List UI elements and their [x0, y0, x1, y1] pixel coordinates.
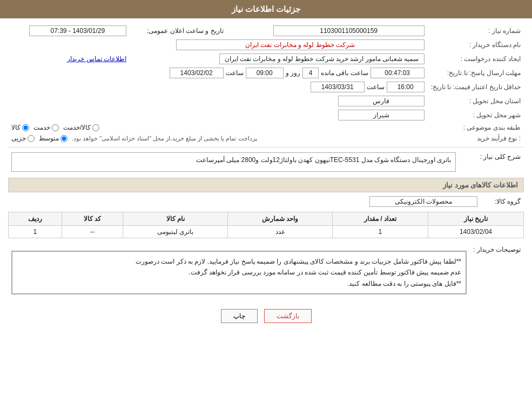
cell-name: باتری لیتیومی	[123, 226, 228, 238]
row-shomare-niaz: شماره نیاز : 1103001105000159 تاریخ و سا…	[8, 24, 524, 38]
goods-table-head: تاریخ نیاز تعداد / مقدار واحد شمارش نام …	[9, 212, 524, 226]
row-mohlat: مهلت ارسال پاسخ: تا تاریخ: 00:47:03 ساعت…	[8, 66, 524, 80]
radio-jozi[interactable]	[28, 135, 35, 142]
tozihat-notes: **لطفا پیش فاکتور شامل جزبیات برند و مشخ…	[11, 251, 467, 294]
radio-khedmat[interactable]	[52, 124, 59, 131]
row-tabaqe: طبقه بندی موضوعی : کالا/خدمت خدمت	[8, 122, 524, 133]
shahr-value-cell: شیراز	[8, 108, 428, 122]
radio-kala-khedmat-text: کالا/خدمت	[63, 124, 91, 131]
radio-motavaset-label[interactable]: متوسط	[39, 135, 68, 142]
ijad-konande-value-cell: سمیه شعبانی مامور ارشد خرید شرکت خطوط لو…	[130, 52, 428, 66]
tarikh-label-text: تاریخ و ساعت اعلان عمومی:	[147, 27, 224, 35]
group-kala-label: گروه کالا:	[481, 194, 524, 209]
radio-khedmat-label[interactable]: خدمت	[33, 124, 59, 131]
ijad-konande-value: سمیه شعبانی مامور ارشد خرید شرکت خطوط لو…	[219, 53, 425, 64]
radio-kala-khedmat-label[interactable]: کالا/خدمت	[63, 124, 99, 131]
radio-kala-label[interactable]: کالا	[11, 124, 29, 131]
row-ostan: استان محل تحویل : فارس	[8, 94, 524, 108]
page-title: جزئیات اطلاعات نیاز	[232, 4, 300, 14]
tozihat-line2: عدم ضمیمه پیش فاکتور توسط تأمین کننده قی…	[188, 269, 461, 276]
nam-dastgah-value: شرکت خطوط لوله و مخابرات نفت ایران	[176, 39, 425, 50]
noe-faraind-value-cell: پرداخت تمام یا بخشی از مبلغ خرید،از محل …	[8, 133, 428, 144]
ijad-konande-label: ایجاد کننده درخواست :	[428, 52, 524, 66]
back-button[interactable]: بازگشت	[264, 309, 312, 323]
tozihat-label: توصیحات خریدار :	[470, 244, 524, 301]
shahr-value: شیراز	[338, 110, 425, 120]
col-radif: ردیف	[9, 212, 62, 226]
tozihat-value-cell: **لطفا پیش فاکتور شامل جزبیات برند و مشخ…	[8, 244, 470, 301]
col-tarikh: تاریخ نیاز	[428, 212, 523, 226]
row-ijad-konande: ایجاد کننده درخواست : سمیه شعبانی مامور …	[8, 52, 524, 66]
time2-value: 16:00	[387, 82, 425, 92]
radio-kala-khedmat[interactable]	[92, 124, 99, 131]
goods-table-header-row: تاریخ نیاز تعداد / مقدار واحد شمارش نام …	[9, 212, 524, 226]
radio-motavaset[interactable]	[60, 135, 68, 142]
ettelaat-link[interactable]: اطلاعات تماس خریدار	[67, 55, 126, 63]
shomare-niaz-label: شماره نیاز :	[428, 24, 524, 38]
nam-dastgah-label: نام دستگاه خریدار :	[428, 38, 524, 52]
col-kod: کد کالا	[62, 212, 123, 226]
col-vahed: واحد شمارش	[228, 212, 333, 226]
tozihat-table: توصیحات خریدار : **لطفا پیش فاکتور شامل …	[8, 244, 524, 301]
mohlat-label: مهلت ارسال پاسخ: تا تاریخ:	[428, 66, 524, 80]
mohlat-inline: 00:47:03 ساعت باقی مانده 4 روز و 09:00 س…	[11, 68, 425, 78]
cell-kod: --	[62, 226, 123, 238]
shomare-niaz-value: 1103001105000159	[273, 25, 425, 36]
ostan-value-cell: فارس	[8, 94, 428, 108]
row-nam-dastgah: نام دستگاه خریدار : شرکت خطوط لوله و مخا…	[8, 38, 524, 52]
shahr-label: شهر محل تحویل :	[428, 108, 524, 122]
info-table: شماره نیاز : 1103001105000159 تاریخ و سا…	[8, 24, 524, 144]
radio-jozi-text: جزیی	[11, 135, 26, 142]
ostan-value: فارس	[338, 96, 425, 106]
row-group-kala: گروه کالا: محصولات الکترونیکی	[8, 194, 524, 209]
tozihat-line1: **لطفا پیش فاکتور شامل جزبیات برند و مشخ…	[136, 258, 461, 265]
saat-label2: ساعت	[367, 83, 385, 91]
roz-label: روز و	[286, 69, 300, 77]
col-tedad: تعداد / مقدار	[332, 212, 428, 226]
shomare-niaz-value-cell: 1103001105000159	[243, 24, 428, 38]
content-area: شماره نیاز : 1103001105000159 تاریخ و سا…	[0, 18, 532, 334]
group-kala-table: گروه کالا: محصولات الکترونیکی	[8, 194, 524, 209]
tabaqe-radio-group: کالا/خدمت خدمت کالا	[11, 124, 425, 131]
noe-faraind-note: پرداخت تمام یا بخشی از مبلغ خرید،از محل …	[72, 135, 257, 142]
table-row: 1403/02/041عددباتری لیتیومی--1	[9, 226, 524, 238]
page-header: جزئیات اطلاعات نیاز	[0, 0, 532, 18]
noe-faraind-label: : نوع فرآیند خرید	[428, 133, 524, 144]
group-kala-value-cell: محصولات الکترونیکی	[8, 194, 481, 209]
countdown-value: 00:47:03	[371, 68, 425, 78]
radio-kala[interactable]	[22, 124, 29, 131]
print-button[interactable]: چاپ	[221, 309, 258, 323]
mohlat-value-cell: 00:47:03 ساعت باقی مانده 4 روز و 09:00 س…	[8, 66, 428, 80]
nam-dastgah-value-cell: شرکت خطوط لوله و مخابرات نفت ایران	[8, 38, 428, 52]
goods-table-body: 1403/02/041عددباتری لیتیومی--1	[9, 226, 524, 238]
sharh-table: شرح کلی نیاز : باتری اورجینال دستگاه شوک…	[8, 151, 524, 173]
row-noe-faraind: : نوع فرآیند خرید پرداخت تمام یا بخشی از…	[8, 133, 524, 144]
radio-kala-text: کالا	[11, 124, 21, 131]
kalaha-section-header: اطلاعات کالاهای مورد نیاز	[8, 178, 524, 192]
date1-value: 1403/02/02	[170, 68, 224, 78]
row-sharh: شرح کلی نیاز : باتری اورجینال دستگاه شوک…	[8, 151, 524, 173]
tabaqe-label: طبقه بندی موضوعی :	[428, 122, 524, 133]
sharh-label: شرح کلی نیاز :	[459, 151, 524, 173]
ostan-label: استان محل تحویل :	[428, 94, 524, 108]
row-shahr: شهر محل تحویل : شیراز	[8, 108, 524, 122]
sharh-value-cell: باتری اورجینال دستگاه شوک مدل TEC-5531نی…	[8, 151, 459, 173]
cell-tedad: 1	[332, 226, 428, 238]
saat-label1: ساعت	[226, 69, 244, 77]
radio-motavaset-text: متوسط	[39, 135, 59, 142]
goods-table: تاریخ نیاز تعداد / مقدار واحد شمارش نام …	[8, 212, 524, 238]
tarikh-value-cell: 1403/01/29 - 07:39	[8, 24, 130, 38]
cell-radif: 1	[9, 226, 62, 238]
ettelaat-link-cell[interactable]: اطلاعات تماس خریدار	[8, 52, 130, 66]
tarikh-announce-value: 1403/01/29 - 07:39	[29, 25, 126, 36]
hadaqal-value-cell: 16:00 ساعت 1403/03/31	[8, 80, 428, 94]
radio-khedmat-text: خدمت	[33, 124, 50, 131]
date2-value: 1403/03/31	[311, 82, 365, 92]
cell-vahed: عدد	[228, 226, 333, 238]
tarikh-label: تاریخ و ساعت اعلان عمومی:	[130, 24, 227, 38]
group-kala-value: محصولات الکترونیکی	[369, 196, 477, 207]
tozihat-line3: **فایل های پیوستی را به دقت مطالعه کنید.	[347, 280, 461, 287]
buttons-row: بازگشت چاپ	[8, 309, 524, 323]
radio-jozi-label[interactable]: جزیی	[11, 135, 35, 142]
hadaqal-label: حداقل تاریخ اعتبار قیمت: تا تاریخ:	[428, 80, 524, 94]
